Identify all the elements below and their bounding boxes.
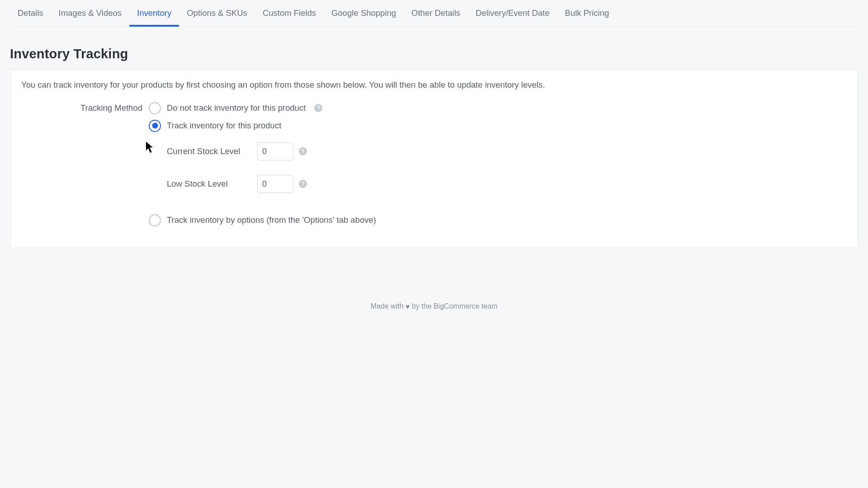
tab-inventory[interactable]: Inventory (129, 0, 179, 26)
tab-details[interactable]: Details (10, 0, 51, 26)
panel-description: You can track inventory for your product… (21, 80, 847, 90)
tab-images-videos[interactable]: Images & Videos (51, 0, 130, 26)
help-icon[interactable]: ? (314, 104, 322, 112)
tab-custom-fields[interactable]: Custom Fields (255, 0, 324, 26)
footer-credit: Made with ♥ by the BigCommerce team (10, 302, 858, 310)
current-stock-label: Current Stock Level (167, 146, 257, 156)
product-tabs: Details Images & Videos Inventory Option… (10, 0, 858, 27)
radio-track-by-options[interactable] (149, 214, 161, 226)
radio-track-product-label: Track inventory for this product (167, 121, 281, 131)
tab-delivery-event-date[interactable]: Delivery/Event Date (468, 0, 557, 26)
footer-suffix: by the BigCommerce team (410, 302, 498, 310)
page-title: Inventory Tracking (10, 47, 858, 61)
tab-options-skus[interactable]: Options & SKUs (179, 0, 255, 26)
footer-prefix: Made with (371, 302, 406, 310)
help-icon[interactable]: ? (299, 180, 307, 188)
inventory-panel: You can track inventory for your product… (10, 70, 858, 248)
tab-google-shopping[interactable]: Google Shopping (324, 0, 404, 26)
radio-track-product[interactable] (149, 120, 161, 132)
tab-other-details[interactable]: Other Details (404, 0, 468, 26)
radio-track-by-options-label: Track inventory by options (from the 'Op… (167, 215, 376, 225)
help-icon[interactable]: ? (299, 147, 307, 155)
heart-icon: ♥ (406, 303, 410, 311)
tab-bulk-pricing[interactable]: Bulk Pricing (557, 0, 617, 26)
radio-do-not-track-label: Do not track inventory for this product (167, 103, 306, 113)
tracking-method-label: Tracking Method (21, 101, 149, 113)
low-stock-input[interactable] (257, 175, 293, 193)
current-stock-input[interactable] (257, 142, 293, 160)
radio-do-not-track[interactable] (149, 102, 161, 114)
low-stock-label: Low Stock Level (167, 179, 257, 189)
